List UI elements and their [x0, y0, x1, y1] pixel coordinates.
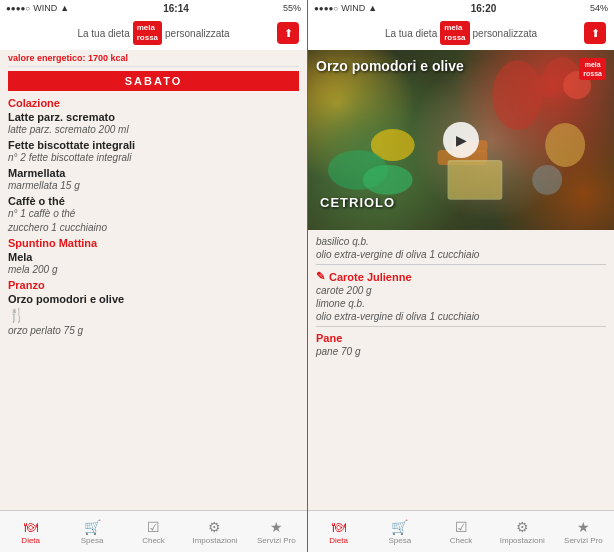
ingredient-pane: pane 70 g [316, 346, 606, 357]
nav-label: Servizi Pro [564, 536, 603, 545]
settings-icon-right: ⚙ [516, 519, 529, 535]
status-left-right: ●●●●○ WIND ▲ [314, 3, 377, 13]
star-icon: ★ [270, 519, 283, 535]
item-fette: Fette biscottate integrali n° 2 fette bi… [8, 139, 299, 163]
spesa-icon-right: 🛒 [391, 519, 408, 535]
ingredient-limone: limone q.b. [316, 298, 606, 309]
header-logo-right: La tua dieta melarossa personalizzata [385, 21, 537, 44]
nav-label: Check [450, 536, 473, 545]
check-icon-right: ☑ [455, 519, 468, 535]
share-button-right[interactable]: ⬆ [584, 22, 606, 44]
recipe-image: Orzo pomodori e olive ▶ CETRIOLO melaros… [308, 50, 614, 230]
signal-icon: ●●●●○ [6, 4, 30, 13]
item-orzo: Orzo pomodori e olive 🍴 orzo perlato 75 … [8, 293, 299, 336]
item-name: Mela [8, 251, 299, 263]
nav-servizi-right[interactable]: ★ Servizi Pro [553, 511, 614, 552]
header-right: La tua dieta melarossa personalizzata ⬆ [308, 16, 614, 50]
item-name: Orzo pomodori e olive [8, 293, 299, 305]
header-text-after-left: personalizzata [165, 28, 229, 39]
left-phone: ●●●●○ WIND ▲ 16:14 55% La tua dieta mela… [0, 0, 307, 552]
section-carote-title: ✎ Carote Julienne [316, 270, 606, 283]
star-icon-right: ★ [577, 519, 590, 535]
mela-rossa-badge-right: melarossa [579, 58, 606, 80]
item-detail: latte parz. scremato 200 ml [8, 124, 299, 135]
nav-dieta-right[interactable]: 🍽 Dieta [308, 511, 369, 552]
header-logo-left: La tua dieta melarossa personalizzata [77, 21, 229, 44]
nav-label: Spesa [388, 536, 411, 545]
status-left: ●●●●○ WIND ▲ [6, 3, 69, 13]
battery-right: 54% [590, 3, 608, 13]
svg-point-6 [363, 165, 413, 195]
right-content: Orzo pomodori e olive ▶ CETRIOLO melaros… [308, 50, 614, 510]
svg-rect-12 [450, 162, 501, 198]
nav-servizi-left[interactable]: ★ Servizi Pro [246, 511, 307, 552]
spesa-icon: 🛒 [84, 519, 101, 535]
item-detail: mela 200 g [8, 264, 299, 275]
nav-spesa-right[interactable]: 🛒 Spesa [369, 511, 430, 552]
battery-left: 55% [283, 3, 301, 13]
energy-label: valore energetico: [8, 53, 86, 63]
status-bar-left: ●●●●○ WIND ▲ 16:14 55% [0, 0, 307, 16]
play-icon: ▶ [456, 132, 467, 148]
ingredient-olio1: olio extra-vergine di oliva 1 cucchiaio [316, 249, 606, 260]
divider1 [316, 264, 606, 265]
item-marmellata: Marmellata marmellata 15 g [8, 167, 299, 191]
header-text-after-right: personalizzata [473, 28, 537, 39]
mela-rossa-logo-left: melarossa [133, 21, 162, 44]
nav-impostazioni-left[interactable]: ⚙ Impostazioni [184, 511, 245, 552]
nav-label: Dieta [21, 536, 40, 545]
item-detail: marmellata 15 g [8, 180, 299, 191]
header-text-before-left: La tua dieta [77, 28, 129, 39]
status-right-left: 55% [283, 3, 301, 13]
item-name: Latte parz. scremato [8, 111, 299, 123]
settings-icon: ⚙ [208, 519, 221, 535]
nav-label: Impostazioni [192, 536, 237, 545]
svg-point-7 [545, 123, 585, 167]
nav-check-right[interactable]: ☑ Check [430, 511, 491, 552]
item-latte: Latte parz. scremato latte parz. scremat… [8, 111, 299, 135]
recipe-title-overlay: Orzo pomodori e olive [316, 58, 464, 74]
carrier-left: WIND [33, 3, 57, 13]
content-right: Orzo pomodori e olive ▶ CETRIOLO melaros… [308, 50, 614, 510]
content-left: valore energetico: 1700 kcal SABATO Cola… [0, 50, 307, 510]
mela-rossa-logo-right: melarossa [440, 21, 469, 44]
item-detail-2: zucchero 1 cucchiaino [8, 222, 299, 233]
nav-label: Spesa [81, 536, 104, 545]
section-pranzo-title: Pranzo [8, 279, 299, 291]
nav-label: Impostazioni [500, 536, 545, 545]
play-button[interactable]: ▶ [443, 122, 479, 158]
section-spuntino-title: Spuntino Mattina [8, 237, 299, 249]
item-detail: n° 2 fette biscottate integrali [8, 152, 299, 163]
wifi-icon: ▲ [60, 3, 69, 13]
item-detail: n° 1 caffè o thé [8, 208, 299, 219]
time-left: 16:14 [163, 3, 189, 14]
bottom-nav-left: 🍽 Dieta 🛒 Spesa ☑ Check ⚙ Impostazioni ★… [0, 510, 307, 552]
item-name: Marmellata [8, 167, 299, 179]
svg-point-8 [532, 165, 562, 195]
nav-check-left[interactable]: ☑ Check [123, 511, 184, 552]
day-header: SABATO [8, 71, 299, 91]
fork-knife-icon: 🍴 [8, 307, 299, 323]
ingredient-olio2: olio extra-vergine di oliva 1 cucchiaio [316, 311, 606, 322]
share-button-left[interactable]: ⬆ [277, 22, 299, 44]
ingredient-basilico: basilico q.b. [316, 236, 606, 247]
nav-label: Check [142, 536, 165, 545]
nav-impostazioni-right[interactable]: ⚙ Impostazioni [492, 511, 553, 552]
carrier-right: WIND [341, 3, 365, 13]
item-name: Fette biscottate integrali [8, 139, 299, 151]
bottom-nav-right: 🍽 Dieta 🛒 Spesa ☑ Check ⚙ Impostazioni ★… [308, 510, 614, 552]
time-right: 16:20 [471, 3, 497, 14]
cetriolo-label: CETRIOLO [320, 195, 395, 210]
status-right-right: 54% [590, 3, 608, 13]
nav-label: Dieta [329, 536, 348, 545]
nav-label: Servizi Pro [257, 536, 296, 545]
item-name: Caffè o thé [8, 195, 299, 207]
item-caffe: Caffè o thé n° 1 caffè o thé zucchero 1 … [8, 195, 299, 233]
item-detail: orzo perlato 75 g [8, 325, 299, 336]
pencil-icon: ✎ [316, 270, 325, 283]
dieta-icon-right: 🍽 [332, 519, 346, 535]
ingredient-carote: carote 200 g [316, 285, 606, 296]
nav-spesa-left[interactable]: 🛒 Spesa [61, 511, 122, 552]
nav-dieta-left[interactable]: 🍽 Dieta [0, 511, 61, 552]
header-text-before-right: La tua dieta [385, 28, 437, 39]
